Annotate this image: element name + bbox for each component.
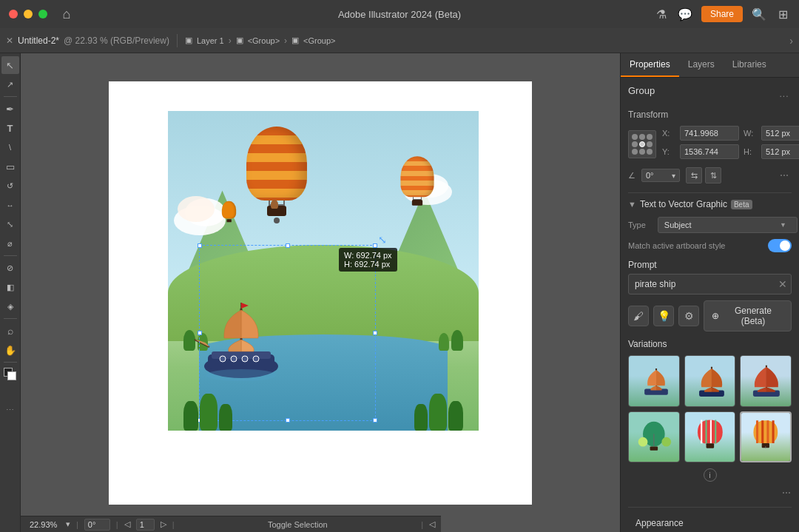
flip-horizontal-btn[interactable]: ⇆ bbox=[686, 167, 702, 183]
breadcrumb-group-1[interactable]: <Group> bbox=[248, 36, 280, 45]
fill-stroke[interactable] bbox=[1, 366, 19, 383]
type-tool[interactable]: T bbox=[1, 119, 19, 137]
w-input[interactable] bbox=[761, 126, 799, 141]
grid-icon[interactable]: ⊞ bbox=[775, 7, 790, 21]
reflect-tool[interactable]: ↔ bbox=[1, 196, 19, 214]
breadcrumb-group-icon-2: ▣ bbox=[291, 36, 299, 45]
text-to-vector-section: ▼ Text to Vector Graphic Beta Type Subje… bbox=[628, 199, 792, 501]
variation-1[interactable] bbox=[628, 355, 680, 407]
x-input[interactable] bbox=[680, 126, 739, 141]
handle-tl[interactable] bbox=[198, 243, 202, 248]
more-tools-icon[interactable]: ⋯ bbox=[1, 401, 19, 419]
rotate-tool[interactable]: ↺ bbox=[1, 177, 19, 195]
breadcrumb-group-2[interactable]: <Group> bbox=[303, 36, 335, 45]
variation-5[interactable] bbox=[684, 411, 736, 463]
variations-label: Variations bbox=[628, 339, 792, 349]
close-tab-icon[interactable]: ✕ bbox=[6, 36, 13, 46]
page-input[interactable] bbox=[136, 519, 155, 531]
prev-artboard[interactable]: ◁ bbox=[124, 519, 130, 529]
tab-layers[interactable]: Layers bbox=[679, 53, 724, 77]
close-button[interactable] bbox=[9, 10, 18, 18]
style-icon-btn[interactable]: 🖌 bbox=[628, 306, 649, 326]
gradient-tool[interactable]: ◧ bbox=[1, 278, 19, 296]
h-input[interactable] bbox=[761, 144, 799, 159]
y-input[interactable] bbox=[680, 144, 739, 159]
angle-dropdown-btn[interactable]: ▾ bbox=[672, 172, 675, 180]
balloon-main bbox=[246, 127, 307, 223]
status-sep-1: | bbox=[76, 520, 78, 529]
hand-tool[interactable]: ✋ bbox=[1, 341, 19, 359]
more-options-btn[interactable]: ... bbox=[777, 87, 792, 101]
svg-point-21 bbox=[661, 437, 671, 447]
variation-4[interactable] bbox=[628, 411, 680, 463]
w-label: W: bbox=[744, 129, 757, 138]
angle-field[interactable] bbox=[646, 171, 672, 180]
scale-tool[interactable]: ⤡ bbox=[1, 215, 19, 233]
flip-vertical-btn[interactable]: ⇅ bbox=[705, 167, 721, 183]
prompt-clear-btn[interactable]: ✕ bbox=[778, 278, 787, 290]
anchor-grid[interactable] bbox=[628, 130, 656, 158]
tab-properties[interactable]: Properties bbox=[621, 53, 679, 77]
breadcrumb-layer[interactable]: Layer 1 bbox=[197, 36, 224, 45]
minimize-button[interactable] bbox=[24, 10, 33, 18]
handle-mt[interactable] bbox=[286, 243, 290, 248]
type-label: Type bbox=[628, 220, 646, 229]
blend-tool[interactable]: ◈ bbox=[1, 297, 19, 315]
eyedropper-tool[interactable]: ⊘ bbox=[1, 259, 19, 277]
handle-mr[interactable] bbox=[373, 331, 377, 335]
flask-icon[interactable]: ⚗ bbox=[654, 7, 669, 21]
panel-toggle-icon[interactable]: › bbox=[789, 35, 793, 47]
var-6-svg bbox=[741, 413, 790, 462]
info-button[interactable]: i bbox=[704, 468, 717, 482]
panel-more-btn[interactable]: ⋯ bbox=[628, 485, 792, 501]
match-artboard-toggle[interactable] bbox=[768, 239, 792, 252]
transform-header[interactable]: Transform bbox=[628, 110, 792, 120]
share-button[interactable]: Share bbox=[701, 6, 743, 22]
view-toggle[interactable]: ◁ bbox=[429, 519, 435, 529]
warp-tool[interactable]: ⌀ bbox=[1, 235, 19, 252]
next-artboard[interactable]: ▷ bbox=[161, 519, 166, 529]
variation-2[interactable] bbox=[684, 355, 736, 407]
breadcrumb-group-icon-1: ▣ bbox=[236, 36, 243, 45]
prompt-section: Prompt ✕ bbox=[628, 260, 792, 294]
canvas-area[interactable]: ⤡ W: 692.74 px H: 692.74 px bbox=[21, 53, 620, 532]
tab-label[interactable]: Untitled-2* bbox=[18, 36, 59, 46]
pen-tool[interactable]: ✒ bbox=[1, 100, 19, 118]
search-icon[interactable]: 🔍 bbox=[752, 7, 766, 21]
direct-select-tool[interactable]: ↗ bbox=[1, 75, 19, 93]
settings-icon-btn[interactable]: ⚙ bbox=[678, 306, 699, 326]
transform-more-btn[interactable]: ⋯ bbox=[777, 168, 792, 183]
handle-tr[interactable] bbox=[373, 243, 377, 248]
rectangle-tool[interactable]: ▭ bbox=[1, 158, 19, 175]
variation-3[interactable] bbox=[740, 355, 792, 407]
t2v-header[interactable]: ▼ Text to Vector Graphic Beta bbox=[628, 199, 792, 209]
maximize-button[interactable] bbox=[38, 10, 47, 18]
svg-point-20 bbox=[638, 437, 648, 447]
variations-grid bbox=[628, 355, 792, 462]
angle-input[interactable] bbox=[84, 519, 110, 531]
svg-rect-23 bbox=[706, 443, 714, 448]
y-label: Y: bbox=[662, 147, 675, 156]
zoom-input[interactable] bbox=[27, 519, 64, 530]
resize-cursor[interactable]: ⤡ bbox=[378, 234, 387, 246]
generate-button[interactable]: ⊕ Generate (Beta) bbox=[704, 300, 792, 331]
prompt-input[interactable] bbox=[628, 274, 792, 294]
line-tool[interactable]: \ bbox=[1, 138, 19, 156]
comments-icon[interactable]: 💬 bbox=[678, 7, 692, 21]
home-icon[interactable]: ⌂ bbox=[59, 7, 74, 21]
zoom-dropdown-icon[interactable]: ▾ bbox=[66, 519, 70, 529]
generate-label: Generate (Beta) bbox=[723, 306, 783, 326]
variation-6[interactable] bbox=[740, 411, 792, 463]
size-tooltip: W: 692.74 px H: 692.74 px bbox=[339, 248, 397, 272]
tab-libraries[interactable]: Libraries bbox=[724, 53, 775, 77]
light-icon-btn[interactable]: 💡 bbox=[653, 306, 674, 326]
selection-tool[interactable]: ↖ bbox=[1, 56, 19, 74]
handle-ml[interactable] bbox=[198, 331, 202, 335]
breadcrumb-arrow-2: › bbox=[284, 36, 287, 46]
flip-controls: ⇆ ⇅ bbox=[686, 167, 721, 183]
zoom-tool[interactable]: ⌕ bbox=[1, 322, 19, 340]
illustration: ⤡ W: 692.74 px H: 692.74 px bbox=[168, 111, 479, 431]
zoom-control: ▾ bbox=[27, 519, 70, 530]
var-4-svg bbox=[629, 412, 679, 462]
type-select[interactable]: Subject Scene Icon Pattern bbox=[658, 217, 798, 233]
